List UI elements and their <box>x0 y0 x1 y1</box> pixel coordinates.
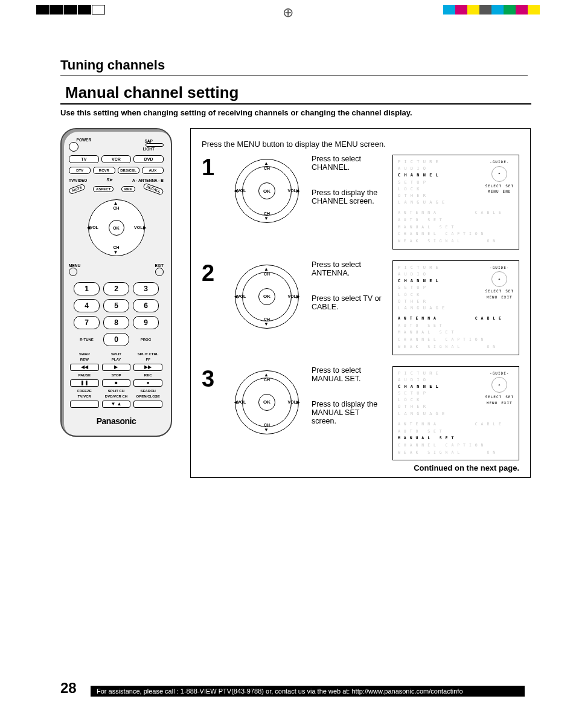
step-dpad-diagram: OK ▲CH CH▼ ◀VOL VOL▶ <box>231 260 303 355</box>
rew-button[interactable]: ◀◀ <box>70 364 99 371</box>
steps-intro: Press the MENU button to display the MEN… <box>202 140 519 149</box>
osd-menu-item: A U D I O <box>398 166 445 172</box>
color-bar <box>443 5 540 14</box>
vol-left-icon: ◀VOL <box>234 294 246 299</box>
osd-menu-item: C H A N N E L <box>398 384 445 390</box>
steps-box: Press the MENU button to display the MEN… <box>190 128 531 478</box>
recall-button[interactable]: RECALL <box>142 182 164 195</box>
osd-sub-item: A U T O S E T <box>398 428 514 436</box>
step-3: 3 OK ▲CH CH▼ ◀VOL VOL▶ Press to select M… <box>202 366 519 461</box>
prog-label: PROG <box>133 338 159 341</box>
dvd-button[interactable]: DVD <box>133 155 164 163</box>
brand-logo: Panasonic <box>69 416 164 426</box>
ch-down[interactable]: CH▼ <box>113 245 119 255</box>
ff-button[interactable]: ▶▶ <box>133 364 162 371</box>
num-4[interactable]: 4 <box>74 299 100 312</box>
osd-sub-item: A U T O S E T <box>398 217 514 224</box>
play-button[interactable]: ▶ <box>102 364 131 371</box>
ok-button[interactable]: OK <box>109 220 124 236</box>
curve-row: MUTE ASPECT BBE RECALL <box>69 186 164 192</box>
pause-button[interactable]: ❚❚ <box>70 379 99 387</box>
tv-button[interactable]: TV <box>69 155 99 163</box>
ch-up[interactable]: ▲CH <box>113 201 119 210</box>
power-button[interactable] <box>69 142 78 152</box>
ch-up-icon: ▲CH <box>264 266 270 276</box>
osd-screen: P I C T U R EA U D I OC H A N N E LS E T… <box>392 260 519 355</box>
num-8[interactable]: 8 <box>103 316 129 329</box>
num-9[interactable]: 9 <box>133 316 159 329</box>
num-3[interactable]: 3 <box>133 282 159 295</box>
page-number: 28 <box>60 680 77 697</box>
menu-button[interactable] <box>69 268 77 276</box>
guide-arrows-icon: ✦ <box>491 166 507 182</box>
osd-submenu: A N T E N N A C A B L EA U T O S E TM A … <box>398 210 514 245</box>
aux-button[interactable]: AUX <box>142 167 164 174</box>
osd-sub-item: W E A K S I G N A L O N <box>398 449 514 457</box>
rcvr-button[interactable]: RCVR <box>93 167 115 174</box>
splitch-button[interactable]: ▼ ▲ <box>102 401 131 408</box>
rtune-label: R-TUNE <box>74 338 100 341</box>
exit-button[interactable] <box>155 268 164 276</box>
step-number: 3 <box>202 366 222 461</box>
vol-up[interactable]: VOL▶ <box>134 225 146 230</box>
step-instruction-2: Press to display the MANUAL SET screen. <box>312 400 384 425</box>
step-2: 2 OK ▲CH CH▼ ◀VOL VOL▶ Press to select A… <box>202 260 519 355</box>
light-label: LIGHT <box>133 147 164 151</box>
dtv-button[interactable]: DTV <box>69 167 91 174</box>
dbscbl-button[interactable]: DBS/CBL <box>118 167 139 174</box>
osd-menu-item: A U D I O <box>398 271 445 278</box>
density-bar <box>36 5 106 14</box>
osd-submenu: A N T E N N A C A B L EA U T O S E TM A … <box>398 315 514 350</box>
osd-guide: -GUIDE- ✦ SELECTSET MENUEXIT <box>485 370 514 417</box>
osd-sub-item: A N T E N N A C A B L E <box>398 421 514 428</box>
ok-icon: OK <box>258 182 275 199</box>
step-dpad-diagram: OK ▲CH CH▼ ◀VOL VOL▶ <box>231 366 303 461</box>
remote-dpad[interactable]: OK ▲CH CH▼ ◀VOL VOL▶ <box>83 195 150 261</box>
remote-column: POWER SAP LIGHT TV VCR DVD DTV <box>60 128 172 478</box>
freeze-button[interactable] <box>70 401 99 408</box>
stop-button[interactable]: ■ <box>102 379 131 387</box>
osd-menu-item: L O C K <box>398 186 445 193</box>
vcr-button[interactable]: VCR <box>101 155 132 163</box>
osd-guide: -GUIDE- ✦ SELECTSET MENUEXIT <box>485 265 514 312</box>
footer-assist: For assistance, please call : 1-888-VIEW… <box>91 686 525 697</box>
osd-menu-item: L A N G U A G E <box>398 305 445 312</box>
mute-button[interactable]: MUTE <box>68 184 86 195</box>
step-number: 2 <box>202 260 222 355</box>
osd-sub-item: C H A N N E L C A P T I O N <box>398 442 514 449</box>
step-text: Press to select MANUAL SET. Press to dis… <box>312 366 384 461</box>
osd-guide: -GUIDE- ✦ SELECTSET MENUEND <box>485 159 514 206</box>
step-instruction-1: Press to select CHANNEL. <box>312 155 384 172</box>
osd-menu-item: O T H E R <box>398 193 445 199</box>
osd-main-menu: P I C T U R EA U D I OC H A N N E LS E T… <box>398 370 445 417</box>
num-6[interactable]: 6 <box>133 299 159 312</box>
num-7[interactable]: 7 <box>74 316 100 329</box>
power-label: POWER <box>69 138 99 142</box>
num-1[interactable]: 1 <box>74 282 100 295</box>
sd-icon: S➤ <box>107 178 113 182</box>
section-title: Tuning channels <box>60 57 528 76</box>
osd-sub-item: M A N U A L S E T <box>398 329 514 337</box>
ok-icon: OK <box>258 394 275 411</box>
sap-label: SAP <box>133 139 164 143</box>
osd-menu-item: C H A N N E L <box>398 172 445 179</box>
number-pad: 1 2 3 4 5 6 7 8 9 R-TUNE 0 PROG <box>74 282 159 346</box>
step-number: 1 <box>202 155 222 250</box>
osd-sub-item: A N T E N N A C A B L E <box>398 210 514 217</box>
vol-down[interactable]: ◀VOL <box>87 225 98 230</box>
osd-menu-item: S E T U P <box>398 390 445 397</box>
step-text: Press to select CHANNEL. Press to displa… <box>312 155 384 250</box>
osd-menu-item: L A N G U A G E <box>398 411 445 417</box>
search-button[interactable] <box>133 401 162 408</box>
num-2[interactable]: 2 <box>103 282 129 295</box>
step-instruction-1: Press to select ANTENNA. <box>312 260 384 277</box>
osd-submenu: A N T E N N A C A B L EA U T O S E TM A … <box>398 421 514 456</box>
num-5[interactable]: 5 <box>103 299 129 312</box>
step-1: 1 OK ▲CH CH▼ ◀VOL VOL▶ Press to select C… <box>202 155 519 250</box>
bbe-button[interactable]: BBE <box>121 186 135 192</box>
osd-main-menu: P I C T U R EA U D I OC H A N N E LS E T… <box>398 265 445 312</box>
num-0[interactable]: 0 <box>103 333 129 346</box>
rec-button[interactable]: ● <box>133 379 162 387</box>
aspect-button[interactable]: ASPECT <box>93 186 114 192</box>
osd-menu-item: L O C K <box>398 292 445 298</box>
